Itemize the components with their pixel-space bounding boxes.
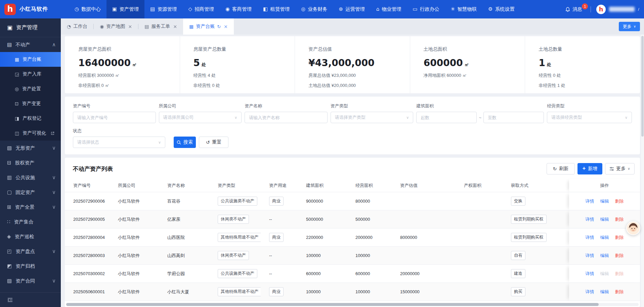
cell-build-area: 100000 — [298, 283, 347, 301]
nav-item-merchant-management[interactable]: ◉客商管理 — [220, 0, 257, 18]
detail-link[interactable]: 详情 — [586, 289, 594, 295]
nav-item-operation-management[interactable]: ⊛运营管理 — [333, 0, 371, 18]
collapse-sidebar-icon[interactable] — [7, 297, 13, 303]
fixed-asset-icon: ▢ — [7, 190, 12, 195]
edit-link[interactable]: 编辑 — [600, 216, 609, 222]
sidebar-item-asset-change[interactable]: ⊡资产变更 — [0, 96, 61, 111]
nav-item-property-management[interactable]: ⌂物业管理 — [371, 0, 407, 18]
nav-item-lease-management[interactable]: ◧租赁管理 — [257, 0, 295, 18]
company-select[interactable]: 请选择所属公司∨ — [159, 112, 242, 123]
cell-build-area: 9000000 — [298, 192, 347, 210]
change-icon: ⊡ — [15, 101, 19, 106]
sidebar-item-intangible-assets[interactable]: ▧无形资产∨ — [0, 141, 61, 155]
cell-company: 小红马软件 — [110, 192, 159, 210]
collection-icon: ∷ — [7, 219, 10, 224]
nav-item-system-settings[interactable]: ⚙系统设置 — [482, 0, 520, 18]
delete-link[interactable]: 删除 — [615, 253, 624, 259]
user-menu-caret-icon[interactable]: ∕ — [638, 8, 639, 11]
detail-link[interactable]: 详情 — [586, 198, 594, 204]
detail-link[interactable]: 详情 — [586, 216, 594, 222]
delete-link[interactable]: 删除 — [615, 235, 624, 241]
close-icon[interactable]: × — [224, 24, 228, 29]
horizontal-scrollbar[interactable] — [66, 303, 639, 306]
asset-code-input[interactable] — [73, 112, 156, 123]
cell-company: 小红马软件 — [110, 265, 159, 283]
range-separator: ~ — [479, 115, 481, 120]
sidebar-item-asset-disposal[interactable]: ◎资产处置 — [0, 82, 61, 96]
sidebar-item-asset-panorama[interactable]: ⊞资产全景∨ — [0, 200, 61, 214]
more-button[interactable]: 更多∨ — [605, 163, 635, 174]
stat-card-land-count: 土地总数量 1处 经营性 0 处 非经营性 1 处 — [525, 36, 640, 93]
asset-type-select[interactable]: 请选择资产类型∨ — [331, 112, 414, 123]
customer-service-avatar[interactable] — [626, 221, 640, 235]
nav-item-investment-management[interactable]: ◇招商管理 — [182, 0, 220, 18]
area-from-input[interactable] — [416, 112, 477, 123]
stat-subline: 房屋总估值 ¥23,000,000 — [308, 72, 410, 79]
horizontal-scrollbar-thumb[interactable] — [66, 303, 599, 306]
asset-name-input[interactable] — [245, 112, 328, 123]
sidebar-item-asset-inbound[interactable]: ◲资产入库 — [0, 67, 61, 82]
field-label: 资产名称 — [245, 103, 328, 109]
sidebar-item-fixed-assets[interactable]: ▢固定资产∨ — [0, 185, 61, 200]
close-icon[interactable]: × — [128, 24, 132, 29]
search-panel: 资产编号 所属公司 请选择所属公司∨ 资产名称 资产类型 请选择资产类型∨ 建筑… — [65, 97, 640, 154]
nav-item-data-center[interactable]: ◷数据中心 — [69, 0, 106, 18]
stat-card-house-count: 房屋资产总数量 5处 经营性 4 处 非经营性 0 处 — [180, 36, 295, 93]
sidebar-item-asset-ledger[interactable]: ▦资产台账 — [0, 52, 61, 67]
delete-link[interactable]: 删除 — [615, 216, 624, 222]
sidebar-item-public-facilities[interactable]: ▥公共设施∨ — [0, 170, 61, 185]
sidebar-group-real-estate[interactable]: ▤不动产∧ — [0, 37, 61, 52]
search-button[interactable]: 搜索 — [174, 137, 196, 148]
nav-item-resource-management[interactable]: ▤资源管理 — [144, 0, 182, 18]
tab-service-order[interactable]: ▤服务工单× — [138, 18, 183, 35]
reset-button[interactable]: ↺ 重置 — [199, 137, 228, 148]
edit-link[interactable]: 编辑 — [600, 198, 609, 204]
delete-link[interactable]: 删除 — [615, 198, 624, 204]
tab-asset-map[interactable]: ◉资产地图× — [94, 18, 138, 35]
disposal-icon: ◎ — [15, 87, 19, 91]
refresh-tab-icon[interactable]: ↻ — [217, 24, 221, 29]
nav-item-business-finance[interactable]: ◎业务财务 — [295, 0, 333, 18]
username-redacted[interactable] — [609, 7, 635, 12]
edit-link[interactable]: 编辑 — [600, 235, 609, 241]
messages-button[interactable]: 消息 1 — [565, 6, 585, 12]
sidebar-item-asset-visualization[interactable]: ◫资产可视化 — [0, 126, 61, 141]
user-avatar[interactable]: h — [596, 5, 606, 14]
sidebar-item-property-registration[interactable]: ◨产权登记 — [0, 111, 61, 126]
edit-link[interactable]: 编辑 — [600, 289, 609, 295]
sidebar-item-equity-assets[interactable]: ⊟股权资产 — [0, 155, 61, 170]
field-label: 所属公司 — [159, 103, 242, 109]
refresh-button[interactable]: ↻刷新 — [547, 163, 575, 174]
sidebar-item-asset-archive[interactable]: ◩资产归档 — [0, 259, 61, 273]
tabs-more-button[interactable]: 更多∨ — [619, 22, 640, 31]
tab-workbench[interactable]: ◔工作台 — [61, 18, 93, 35]
detail-link[interactable]: 详情 — [586, 253, 594, 259]
close-icon[interactable]: × — [173, 24, 177, 29]
sidebar-item-asset-contract[interactable]: ▨资产合同∨ — [0, 273, 61, 288]
delete-link[interactable]: 删除 — [615, 289, 624, 295]
edit-link[interactable]: 编辑 — [600, 253, 609, 259]
detail-link[interactable]: 详情 — [586, 235, 594, 241]
operation-type-select[interactable]: 请选择经营类型∨ — [547, 112, 632, 123]
add-button[interactable]: +新增 — [577, 163, 602, 174]
horse-logo-icon: h — [7, 4, 13, 14]
column-header: 获取方式 — [503, 179, 569, 192]
nav-item-asset-management[interactable]: ▣资产管理 — [106, 0, 144, 18]
stat-subline: 非经营面积 0 ㎡ — [78, 83, 180, 89]
area-to-input[interactable] — [483, 112, 544, 123]
cell-valuation: 15000000 — [392, 283, 456, 301]
sidebar-item-asset-collection[interactable]: ∷资产集合 — [0, 214, 61, 229]
contract-icon: ▨ — [7, 278, 12, 284]
tab-asset-ledger[interactable]: ▦资产台账↻× — [183, 18, 234, 35]
status-select[interactable]: 请选择状态∨ — [73, 137, 165, 148]
nav-item-smart-iot[interactable]: ✳智慧物联 — [445, 0, 483, 18]
cube-icon: ▣ — [7, 25, 12, 31]
detail-link[interactable]: 详情 — [586, 271, 594, 277]
sidebar-item-asset-inspection[interactable]: ◈资产巡检 — [0, 229, 61, 244]
sidebar-item-asset-stocktaking[interactable]: ◰资产盘点∨ — [0, 244, 61, 259]
vertical-scrollbar-thumb[interactable] — [641, 36, 644, 137]
nav-item-admin-office[interactable]: ▭行政办公 — [407, 0, 445, 18]
diamond-icon: ◇ — [188, 7, 192, 12]
vertical-scrollbar[interactable] — [641, 35, 644, 307]
stat-unit: 处 — [202, 62, 206, 67]
